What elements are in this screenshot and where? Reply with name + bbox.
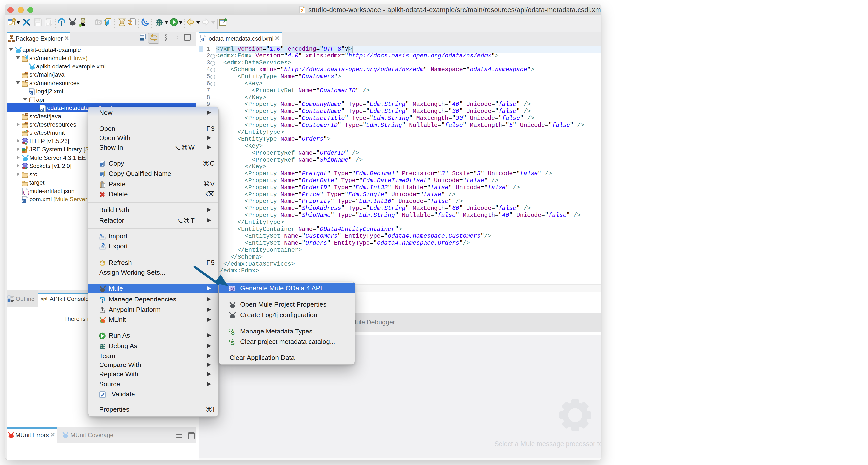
svg-text:S: S (231, 340, 235, 346)
svg-text:{ }: { } (23, 191, 29, 195)
svg-text:S: S (231, 329, 235, 335)
